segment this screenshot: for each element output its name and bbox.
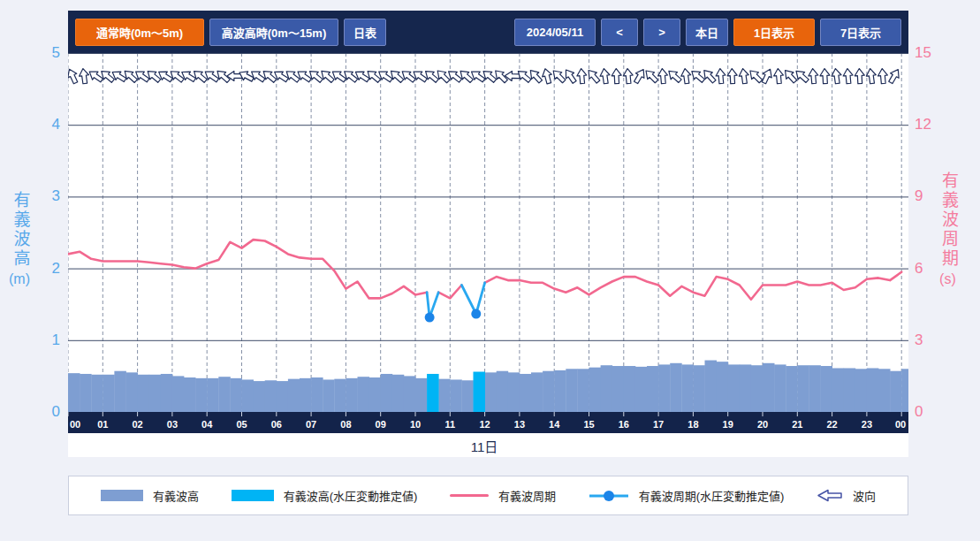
period-line-swatch [450,494,489,497]
chart-legend: 有義波高 有義波高(水圧変動推定値) 有義波周期 有義波周期(水圧変動推定値) … [68,476,908,515]
range-normal-button[interactable]: 通常時(0m〜5m) [75,19,204,46]
svg-text:15: 15 [583,419,594,430]
x-axis-strip: 0001020304050607080910111213141516171819… [68,412,908,433]
svg-text:21: 21 [792,419,802,430]
height-bar-swatch [101,490,143,501]
legend-label: 有義波高(水圧変動推定値) [284,487,418,504]
wave-chart-plot: 0001020304050607080910111213141516171819… [68,53,908,457]
svg-text:00: 00 [895,419,906,430]
day-table-button[interactable]: 日表 [344,19,386,46]
svg-text:17: 17 [653,419,664,430]
svg-text:07: 07 [306,419,316,430]
left-axis-tick: 0 [25,402,60,422]
legend-item-period: 有義波周期 [450,487,556,504]
estimated-wave-period-line [425,283,485,323]
right-axis-unit: (s) [939,271,956,287]
svg-text:11: 11 [444,419,455,430]
date-button[interactable]: 2024/05/11 [514,19,596,46]
horizontal-gridlines [68,54,908,341]
wave-height-bars [68,361,908,412]
svg-text:13: 13 [514,419,525,430]
left-axis-title-text: 有義波高 [11,191,29,269]
svg-text:16: 16 [619,419,629,430]
right-axis-tick: 12 [915,115,953,134]
svg-text:04: 04 [201,419,213,430]
right-axis-title: 有義波周期 (s) [938,171,957,287]
legend-label: 有義波高 [153,487,199,504]
view-1day-button[interactable]: 1日表示 [733,19,815,46]
left-axis-tick: 3 [25,187,60,206]
left-axis-unit: (m) [9,271,30,287]
left-axis-tick: 4 [25,115,60,134]
svg-text:00: 00 [70,419,80,430]
svg-text:02: 02 [132,419,142,430]
right-axis-title-text: 有義波周期 [938,171,957,269]
legend-label: 有義波周期(水圧変動推定値) [639,487,785,504]
svg-text:08: 08 [340,419,351,430]
svg-text:20: 20 [757,419,768,430]
svg-text:19: 19 [723,419,733,430]
svg-text:23: 23 [862,419,872,430]
wave-direction-arrows [68,67,902,85]
estimated-height-bar-swatch [232,490,274,501]
wave-direction-arrow-icon [817,488,843,503]
svg-text:01: 01 [97,419,108,430]
svg-text:12: 12 [479,419,490,430]
right-axis-tick: 3 [915,331,953,350]
legend-item-period-estimated: 有義波周期(水圧変動推定値) [589,487,785,504]
svg-text:05: 05 [236,419,247,430]
today-button[interactable]: 本日 [686,19,728,46]
right-axis-tick: 15 [915,43,953,63]
svg-text:03: 03 [167,419,178,430]
svg-text:10: 10 [410,419,421,430]
wave-chart-panel: 通常時(0m〜5m) 高波高時(0m〜15m) 日表 2024/05/11 < … [68,11,908,457]
legend-item-height: 有義波高 [101,487,199,504]
svg-text:06: 06 [271,419,282,430]
svg-text:14: 14 [549,419,560,430]
right-axis-tick: 0 [915,402,953,422]
range-high-button[interactable]: 高波高時(0m〜15m) [209,19,338,46]
legend-item-direction: 波向 [817,487,876,504]
view-7day-button[interactable]: 7日表示 [820,19,901,46]
date-label: 11日 [431,437,537,455]
left-axis-tick: 2 [25,259,60,278]
vertical-gridlines [68,53,901,412]
wave-chart-svg: 0001020304050607080910111213141516171819… [68,53,908,457]
prev-day-button[interactable]: < [601,19,638,46]
estimated-period-line-swatch [589,490,629,502]
svg-text:18: 18 [688,419,698,430]
svg-text:09: 09 [376,419,386,430]
next-day-button[interactable]: > [643,19,680,46]
wave-monitor-page: 通常時(0m〜5m) 高波高時(0m〜15m) 日表 2024/05/11 < … [0,0,980,541]
chart-toolbar: 通常時(0m〜5m) 高波高時(0m〜15m) 日表 2024/05/11 < … [68,11,908,53]
left-axis-title: 有義波高 (m) [9,191,30,287]
legend-item-height-estimated: 有義波高(水圧変動推定値) [232,487,418,504]
left-axis-tick: 1 [25,331,60,350]
legend-label: 有義波周期 [498,487,556,504]
left-axis-tick: 5 [25,43,60,63]
svg-text:22: 22 [826,419,837,430]
legend-label: 波向 [853,487,876,504]
